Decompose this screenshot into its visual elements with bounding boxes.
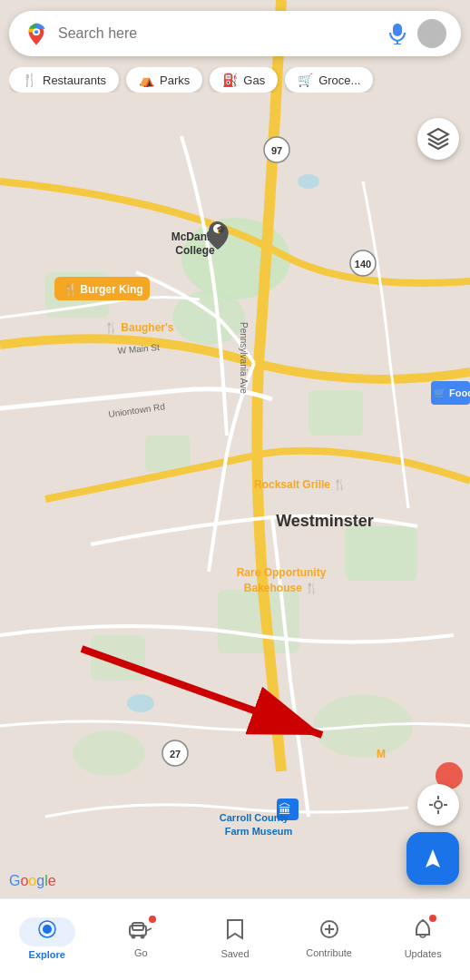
location-button[interactable] <box>417 784 459 826</box>
updates-badge <box>429 915 436 922</box>
explore-icon <box>37 919 57 945</box>
search-input[interactable] <box>58 25 385 42</box>
svg-text:140: 140 <box>355 259 371 270</box>
svg-text:🎓: 🎓 <box>216 224 227 235</box>
user-avatar[interactable] <box>417 19 446 48</box>
svg-text:Carroll County: Carroll County <box>220 812 289 823</box>
google-logo-g: G <box>9 873 20 888</box>
map[interactable]: 97 140 27 🍴 Burger King 🍴 Baugher's W Ma… <box>0 0 470 889</box>
svg-text:Rocksalt Grille 🍴: Rocksalt Grille 🍴 <box>254 477 347 491</box>
nav-explore[interactable]: Explore <box>0 910 94 960</box>
svg-point-11 <box>127 694 154 712</box>
go-icon <box>129 919 152 945</box>
updates-label: Updates <box>405 948 442 959</box>
svg-rect-47 <box>393 24 402 36</box>
chip-gas[interactable]: ⛽ Gas <box>210 67 278 93</box>
chip-grocery-label: Groce... <box>318 74 360 87</box>
search-bar[interactable] <box>9 11 461 56</box>
chip-grocery[interactable]: 🛒 Groce... <box>285 67 373 93</box>
contribute-icon <box>319 919 339 945</box>
svg-marker-50 <box>428 129 448 140</box>
svg-point-56 <box>43 925 52 934</box>
svg-rect-6 <box>308 390 363 436</box>
svg-rect-3 <box>345 526 417 581</box>
go-label: Go <box>134 947 148 958</box>
google-maps-logo <box>24 21 49 46</box>
gas-icon: ⛽ <box>222 73 238 87</box>
google-logo-o2: o <box>28 873 36 888</box>
google-logo: Google <box>9 873 56 889</box>
svg-text:97: 97 <box>271 145 282 156</box>
svg-point-60 <box>132 935 136 939</box>
svg-text:Rare Opportunity: Rare Opportunity <box>237 566 327 579</box>
navigate-fab-button[interactable] <box>406 832 459 885</box>
grocery-icon: 🛒 <box>298 73 313 87</box>
updates-icon <box>413 918 433 946</box>
chip-restaurants[interactable]: 🍴 Restaurants <box>9 67 119 93</box>
svg-text:Bakehouse 🍴: Bakehouse 🍴 <box>244 581 318 594</box>
svg-text:Westminster: Westminster <box>276 512 374 530</box>
nav-contribute[interactable]: Contribute <box>282 912 377 958</box>
svg-rect-4 <box>145 436 191 472</box>
svg-text:College: College <box>175 244 215 257</box>
saved-label: Saved <box>220 948 249 959</box>
chip-parks-label: Parks <box>160 74 190 87</box>
explore-label: Explore <box>29 949 65 960</box>
nav-go[interactable]: Go <box>94 912 189 958</box>
bottom-navigation: Explore Go Saved <box>0 898 470 980</box>
svg-point-51 <box>435 801 442 808</box>
nav-saved[interactable]: Saved <box>188 911 282 959</box>
contribute-label: Contribute <box>306 947 352 958</box>
chip-gas-label: Gas <box>243 74 265 87</box>
svg-text:27: 27 <box>170 749 181 760</box>
svg-text:🍴 Baugher's: 🍴 Baugher's <box>104 320 174 334</box>
chip-parks[interactable]: ⛺ Parks <box>126 67 202 93</box>
svg-text:Farm Museum: Farm Museum <box>225 826 293 837</box>
google-logo-e: e <box>48 873 56 888</box>
restaurants-icon: 🍴 <box>22 73 37 87</box>
nav-updates[interactable]: Updates <box>376 911 470 959</box>
svg-point-61 <box>141 935 145 939</box>
svg-point-12 <box>298 174 319 189</box>
saved-icon <box>226 918 244 946</box>
svg-text:M: M <box>377 748 386 760</box>
svg-text:Pennsylvania Ave: Pennsylvania Ave <box>239 322 249 394</box>
svg-point-9 <box>73 730 145 776</box>
layer-toggle-button[interactable] <box>417 118 459 160</box>
parks-icon: ⛺ <box>139 73 154 87</box>
svg-text:🛒 Food: 🛒 Food <box>434 387 470 399</box>
svg-point-46 <box>34 30 38 34</box>
google-logo-g2: g <box>36 873 44 888</box>
microphone-icon[interactable] <box>385 21 410 46</box>
category-chips: 🍴 Restaurants ⛺ Parks ⛽ Gas 🛒 Groce... <box>9 67 470 93</box>
svg-rect-8 <box>91 635 145 681</box>
chip-restaurants-label: Restaurants <box>43 74 106 87</box>
go-badge <box>149 916 156 923</box>
svg-text:🍴 Burger King: 🍴 Burger King <box>64 282 143 296</box>
